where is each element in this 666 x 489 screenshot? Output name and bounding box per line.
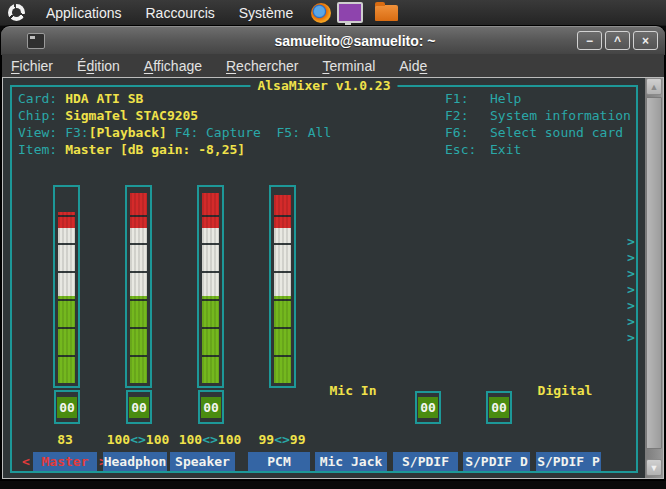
volume-value-pcm: 99<>99 <box>259 432 306 447</box>
panel-menu-raccourcis[interactable]: Raccourcis <box>134 1 227 25</box>
digital-label: Digital <box>538 383 593 398</box>
item-row: Item:Master [dB gain: -8,25] <box>18 141 245 158</box>
panel-menu-applications[interactable]: Applications <box>34 1 134 25</box>
menu-aide[interactable]: Aide <box>399 58 427 74</box>
chip-row: Chip:SigmaTel STAC9205 <box>18 107 198 124</box>
view-mode: [Playback] <box>89 125 167 140</box>
scroll-down-button[interactable]: ▼ <box>646 459 662 476</box>
more-channels-indicator: >>>>>>> <box>627 234 635 346</box>
panel-menu-systeme[interactable]: Système <box>227 1 305 25</box>
channel-spdif-p[interactable]: S/PDIF P <box>536 452 601 471</box>
channel-spdif-d[interactable]: S/PDIF D <box>463 452 530 471</box>
volume-value-headphone: 100<>100 <box>107 432 170 447</box>
card-value: HDA ATI SB <box>65 91 143 106</box>
menu-fichier[interactable]: Fichier <box>11 58 53 74</box>
view-row: View:F3:[Playback] F4: Capture F5: All <box>18 124 331 141</box>
help-f1: F1:Help <box>445 90 521 107</box>
help-f6: F6:Select sound card <box>445 124 623 141</box>
mute-switch-master[interactable]: 00 <box>54 390 80 424</box>
menu-edition[interactable]: Édition <box>77 58 120 74</box>
terminal-app-icon <box>27 33 45 49</box>
alsamixer-title: AlsaMixer v1.0.23 <box>250 78 397 93</box>
volume-value-speaker: 100<>100 <box>179 432 242 447</box>
window-title: samuelito@samuelito: ~ <box>45 33 665 49</box>
display-icon[interactable] <box>337 2 363 23</box>
mute-switch-spdif-d[interactable]: 00 <box>486 391 512 424</box>
close-button[interactable]: × <box>633 31 658 50</box>
terminal-window: samuelito@samuelito: ~ − ^ × Fichier Édi… <box>0 25 666 481</box>
volume-value-master: 83 <box>57 432 73 447</box>
volume-bar-master[interactable] <box>53 185 80 388</box>
maximize-button[interactable]: ^ <box>605 31 630 50</box>
firefox-icon[interactable] <box>311 3 331 23</box>
volume-bar-headphone[interactable] <box>125 185 152 388</box>
help-f2: F2:System information <box>445 107 631 124</box>
volume-bar-pcm[interactable] <box>269 185 296 388</box>
mic-in-label: Mic In <box>330 383 377 398</box>
folder-icon[interactable] <box>375 5 398 21</box>
scroll-up-button[interactable]: ▲ <box>646 78 662 95</box>
menubar: Fichier Édition Affichage Rechercher Ter… <box>2 54 664 77</box>
top-panel: Applications Raccourcis Système <box>0 0 666 26</box>
volume-bar-speaker[interactable] <box>197 185 224 388</box>
selected-left-arrow: < <box>22 452 30 471</box>
card-row: Card:HDA ATI SB <box>18 90 143 107</box>
menu-rechercher[interactable]: Rechercher <box>226 58 298 74</box>
item-value: Master [dB gain: -8,25] <box>65 142 245 157</box>
scrollbar-thumb[interactable] <box>646 97 662 449</box>
channel-speaker[interactable]: Speaker <box>170 452 235 471</box>
mute-switch-headphone[interactable]: 00 <box>126 390 152 424</box>
mute-switch-speaker[interactable]: 00 <box>198 390 224 424</box>
channel-master[interactable]: Master <box>33 452 97 471</box>
terminal-content-frame: AlsaMixer v1.0.23 Card:HDA ATI SB Chip:S… <box>2 77 664 479</box>
chip-value: SigmaTel STAC9205 <box>65 108 198 123</box>
mute-switch-spdif[interactable]: 00 <box>415 391 441 424</box>
titlebar[interactable]: samuelito@samuelito: ~ − ^ × <box>1 26 665 55</box>
scrollbar[interactable]: ▲ ▼ <box>645 78 663 478</box>
menu-affichage[interactable]: Affichage <box>144 58 202 74</box>
channel-pcm[interactable]: PCM <box>248 452 310 471</box>
minimize-button[interactable]: − <box>577 31 602 50</box>
menu-terminal[interactable]: Terminal <box>322 58 375 74</box>
channel-mic-jack[interactable]: Mic Jack <box>315 452 387 471</box>
channel-headphone[interactable]: Headphon <box>103 452 167 471</box>
help-esc: Esc:Exit <box>445 141 521 158</box>
ubuntu-logo-icon[interactable] <box>8 4 25 21</box>
terminal-screen[interactable]: AlsaMixer v1.0.23 Card:HDA ATI SB Chip:S… <box>3 78 645 478</box>
channel-spdif[interactable]: S/PDIF <box>393 452 458 471</box>
